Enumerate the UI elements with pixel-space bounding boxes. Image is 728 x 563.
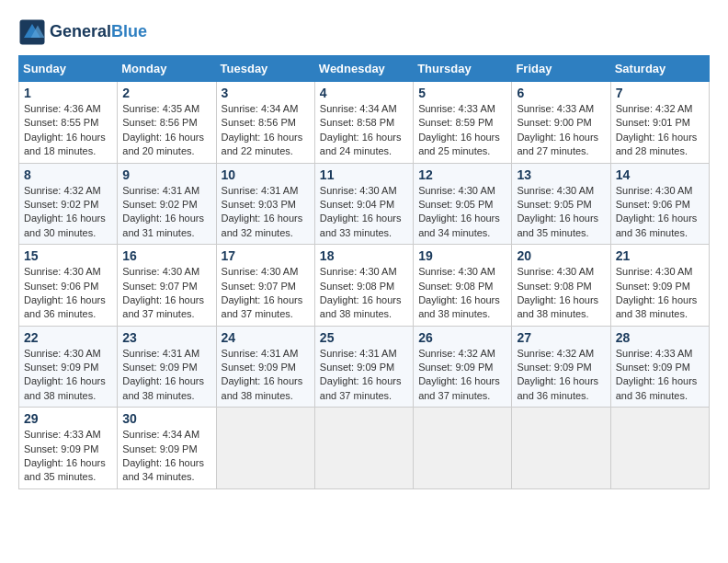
day-number: 1 [24, 86, 112, 100]
calendar-cell: 13 Sunrise: 4:30 AM Sunset: 9:05 PM Dayl… [512, 163, 610, 245]
calendar-cell: 4 Sunrise: 4:34 AM Sunset: 8:58 PM Dayli… [314, 82, 413, 164]
calendar-cell: 5 Sunrise: 4:33 AM Sunset: 8:59 PM Dayli… [414, 82, 512, 164]
day-info: Sunrise: 4:33 AM Sunset: 8:59 PM Dayligh… [418, 102, 506, 159]
day-info: Sunrise: 4:34 AM Sunset: 8:56 PM Dayligh… [222, 102, 310, 159]
day-number: 21 [616, 248, 704, 263]
day-info: Sunrise: 4:31 AM Sunset: 9:09 PM Dayligh… [122, 347, 210, 404]
calendar-cell [314, 408, 413, 489]
day-info: Sunrise: 4:30 AM Sunset: 9:08 PM Dayligh… [320, 265, 408, 322]
day-number: 12 [418, 167, 506, 182]
logo-text: GeneralBlue [50, 23, 147, 41]
day-info: Sunrise: 4:30 AM Sunset: 9:06 PM Dayligh… [616, 184, 704, 241]
day-info: Sunrise: 4:30 AM Sunset: 9:05 PM Dayligh… [517, 184, 605, 241]
day-info: Sunrise: 4:30 AM Sunset: 9:05 PM Dayligh… [418, 184, 506, 241]
day-number: 2 [122, 86, 210, 100]
day-info: Sunrise: 4:30 AM Sunset: 9:06 PM Dayligh… [24, 265, 112, 322]
col-header-wednesday: Wednesday [314, 56, 413, 82]
day-info: Sunrise: 4:33 AM Sunset: 9:00 PM Dayligh… [517, 102, 605, 159]
day-info: Sunrise: 4:30 AM Sunset: 9:08 PM Dayligh… [418, 265, 506, 322]
day-number: 20 [517, 248, 605, 263]
day-info: Sunrise: 4:31 AM Sunset: 9:03 PM Dayligh… [222, 184, 310, 241]
day-info: Sunrise: 4:30 AM Sunset: 9:09 PM Dayligh… [24, 347, 112, 404]
day-info: Sunrise: 4:31 AM Sunset: 9:09 PM Dayligh… [222, 347, 310, 404]
calendar-cell: 27 Sunrise: 4:32 AM Sunset: 9:09 PM Dayl… [512, 326, 610, 408]
day-number: 26 [418, 330, 506, 345]
day-number: 14 [616, 167, 704, 182]
day-number: 24 [222, 330, 310, 345]
day-number: 23 [122, 330, 210, 345]
calendar-cell: 14 Sunrise: 4:30 AM Sunset: 9:06 PM Dayl… [610, 163, 709, 245]
day-info: Sunrise: 4:31 AM Sunset: 9:09 PM Dayligh… [320, 347, 408, 404]
calendar-cell: 24 Sunrise: 4:31 AM Sunset: 9:09 PM Dayl… [216, 326, 314, 408]
col-header-tuesday: Tuesday [216, 56, 314, 82]
day-number: 4 [320, 86, 408, 100]
logo-icon [18, 18, 46, 46]
day-number: 3 [222, 86, 310, 100]
calendar-cell: 1 Sunrise: 4:36 AM Sunset: 8:55 PM Dayli… [19, 82, 118, 164]
day-number: 15 [24, 248, 112, 263]
day-number: 25 [320, 330, 408, 345]
day-info: Sunrise: 4:33 AM Sunset: 9:09 PM Dayligh… [616, 347, 704, 404]
day-info: Sunrise: 4:30 AM Sunset: 9:09 PM Dayligh… [616, 265, 704, 322]
calendar-cell: 20 Sunrise: 4:30 AM Sunset: 9:08 PM Dayl… [512, 245, 610, 327]
calendar-cell: 26 Sunrise: 4:32 AM Sunset: 9:09 PM Dayl… [414, 326, 512, 408]
day-info: Sunrise: 4:32 AM Sunset: 9:02 PM Dayligh… [24, 184, 112, 241]
col-header-thursday: Thursday [414, 56, 512, 82]
calendar-cell: 22 Sunrise: 4:30 AM Sunset: 9:09 PM Dayl… [19, 326, 118, 408]
day-number: 28 [616, 330, 704, 345]
day-number: 16 [122, 248, 210, 263]
day-number: 19 [418, 248, 506, 263]
day-info: Sunrise: 4:31 AM Sunset: 9:02 PM Dayligh… [122, 184, 210, 241]
calendar-cell: 10 Sunrise: 4:31 AM Sunset: 9:03 PM Dayl… [216, 163, 314, 245]
col-header-sunday: Sunday [19, 56, 118, 82]
calendar-cell [610, 408, 709, 489]
day-number: 8 [24, 167, 112, 182]
calendar-cell: 25 Sunrise: 4:31 AM Sunset: 9:09 PM Dayl… [314, 326, 413, 408]
col-header-friday: Friday [512, 56, 610, 82]
calendar-cell: 3 Sunrise: 4:34 AM Sunset: 8:56 PM Dayli… [216, 82, 314, 164]
day-info: Sunrise: 4:36 AM Sunset: 8:55 PM Dayligh… [24, 102, 112, 159]
calendar-cell: 7 Sunrise: 4:32 AM Sunset: 9:01 PM Dayli… [610, 82, 709, 164]
calendar-cell: 6 Sunrise: 4:33 AM Sunset: 9:00 PM Dayli… [512, 82, 610, 164]
calendar-cell [414, 408, 512, 489]
day-number: 27 [517, 330, 605, 345]
calendar-cell [512, 408, 610, 489]
calendar-cell: 2 Sunrise: 4:35 AM Sunset: 8:56 PM Dayli… [118, 82, 216, 164]
day-number: 18 [320, 248, 408, 263]
calendar-cell: 16 Sunrise: 4:30 AM Sunset: 9:07 PM Dayl… [118, 245, 216, 327]
calendar-cell: 8 Sunrise: 4:32 AM Sunset: 9:02 PM Dayli… [19, 163, 118, 245]
calendar-cell: 30 Sunrise: 4:34 AM Sunset: 9:09 PM Dayl… [118, 408, 216, 489]
day-number: 29 [24, 411, 112, 426]
day-number: 9 [122, 167, 210, 182]
day-number: 22 [24, 330, 112, 345]
day-info: Sunrise: 4:35 AM Sunset: 8:56 PM Dayligh… [122, 102, 210, 159]
col-header-monday: Monday [118, 56, 216, 82]
calendar-cell: 19 Sunrise: 4:30 AM Sunset: 9:08 PM Dayl… [414, 245, 512, 327]
day-info: Sunrise: 4:32 AM Sunset: 9:01 PM Dayligh… [616, 102, 704, 159]
day-number: 13 [517, 167, 605, 182]
calendar-cell: 23 Sunrise: 4:31 AM Sunset: 9:09 PM Dayl… [118, 326, 216, 408]
day-number: 5 [418, 86, 506, 100]
day-number: 7 [616, 86, 704, 100]
day-number: 30 [122, 411, 210, 426]
col-header-saturday: Saturday [610, 56, 709, 82]
day-info: Sunrise: 4:33 AM Sunset: 9:09 PM Dayligh… [24, 428, 112, 485]
day-number: 11 [320, 167, 408, 182]
day-info: Sunrise: 4:30 AM Sunset: 9:08 PM Dayligh… [517, 265, 605, 322]
day-number: 6 [517, 86, 605, 100]
calendar-cell: 11 Sunrise: 4:30 AM Sunset: 9:04 PM Dayl… [314, 163, 413, 245]
day-info: Sunrise: 4:34 AM Sunset: 9:09 PM Dayligh… [122, 428, 210, 485]
day-info: Sunrise: 4:30 AM Sunset: 9:04 PM Dayligh… [320, 184, 408, 241]
calendar-cell: 28 Sunrise: 4:33 AM Sunset: 9:09 PM Dayl… [610, 326, 709, 408]
day-number: 10 [222, 167, 310, 182]
day-info: Sunrise: 4:32 AM Sunset: 9:09 PM Dayligh… [517, 347, 605, 404]
calendar-cell: 15 Sunrise: 4:30 AM Sunset: 9:06 PM Dayl… [19, 245, 118, 327]
day-info: Sunrise: 4:34 AM Sunset: 8:58 PM Dayligh… [320, 102, 408, 159]
day-number: 17 [222, 248, 310, 263]
calendar-cell: 18 Sunrise: 4:30 AM Sunset: 9:08 PM Dayl… [314, 245, 413, 327]
calendar-cell: 12 Sunrise: 4:30 AM Sunset: 9:05 PM Dayl… [414, 163, 512, 245]
calendar-cell [216, 408, 314, 489]
day-info: Sunrise: 4:30 AM Sunset: 9:07 PM Dayligh… [222, 265, 310, 322]
calendar-cell: 21 Sunrise: 4:30 AM Sunset: 9:09 PM Dayl… [610, 245, 709, 327]
page-header: GeneralBlue [18, 18, 710, 46]
